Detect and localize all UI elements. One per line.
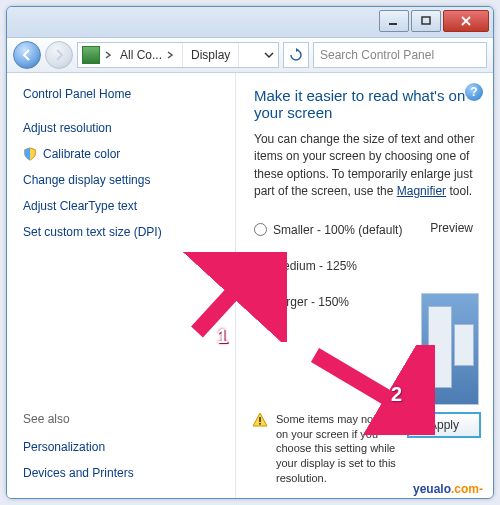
navbar: All Co... Display Search Control Panel [7, 38, 493, 73]
page-title: Make it easier to read what's on your sc… [254, 87, 481, 121]
see-also-heading: See also [23, 412, 219, 426]
dropdown-icon[interactable] [264, 50, 274, 60]
preview-label: Preview [430, 221, 473, 235]
radio-medium[interactable] [254, 259, 267, 272]
maximize-button[interactable] [411, 10, 441, 32]
svg-rect-1 [422, 17, 430, 24]
radio-larger[interactable] [254, 295, 267, 308]
close-button[interactable] [443, 10, 489, 32]
shield-icon [23, 147, 37, 161]
magnifier-link[interactable]: Magnifier [397, 184, 446, 198]
option-medium[interactable]: Medium - 125% [254, 259, 481, 273]
back-button[interactable] [13, 41, 41, 69]
content: Control Panel Home Adjust resolution Cal… [7, 73, 493, 499]
control-panel-home-link[interactable]: Control Panel Home [23, 87, 219, 101]
sidebar-item-cleartype[interactable]: Adjust ClearType text [23, 193, 219, 219]
radio-smaller[interactable] [254, 223, 267, 236]
svg-rect-0 [389, 23, 397, 25]
titlebar [7, 7, 493, 38]
see-also-personalization[interactable]: Personalization [23, 434, 219, 460]
minimize-button[interactable] [379, 10, 409, 32]
search-input[interactable]: Search Control Panel [313, 42, 487, 68]
svg-rect-3 [259, 423, 261, 425]
breadcrumb[interactable]: All Co... Display [77, 42, 279, 68]
apply-button[interactable]: Apply [407, 412, 481, 438]
breadcrumb-all[interactable]: All Co... [112, 43, 183, 67]
sidebar-item-custom-dpi[interactable]: Set custom text size (DPI) [23, 219, 219, 245]
forward-button[interactable] [45, 41, 73, 69]
preview-monitor-icon [421, 293, 479, 405]
help-icon[interactable]: ? [465, 83, 483, 101]
resolution-note: Some items may not fit on your screen if… [252, 412, 481, 486]
sidebar: Control Panel Home Adjust resolution Cal… [7, 73, 236, 499]
annotation-label-2: 2 [391, 383, 402, 406]
description: You can change the size of text and othe… [254, 131, 481, 201]
sidebar-item-calibrate-color[interactable]: Calibrate color [23, 141, 219, 167]
sidebar-item-adjust-resolution[interactable]: Adjust resolution [23, 115, 219, 141]
annotation-label-1: 1 [217, 325, 228, 348]
svg-rect-2 [259, 417, 261, 422]
sidebar-item-change-display-settings[interactable]: Change display settings [23, 167, 219, 193]
window-controls [379, 10, 489, 32]
watermark: yeualo.com- [413, 482, 483, 496]
refresh-button[interactable] [283, 42, 309, 68]
breadcrumb-display[interactable]: Display [183, 43, 239, 67]
see-also-devices[interactable]: Devices and Printers [23, 460, 219, 486]
control-panel-icon [82, 46, 100, 64]
main-pane: ? Make it easier to read what's on your … [236, 73, 493, 499]
warning-icon [252, 412, 268, 428]
control-panel-window: All Co... Display Search Control Panel C… [6, 6, 494, 499]
